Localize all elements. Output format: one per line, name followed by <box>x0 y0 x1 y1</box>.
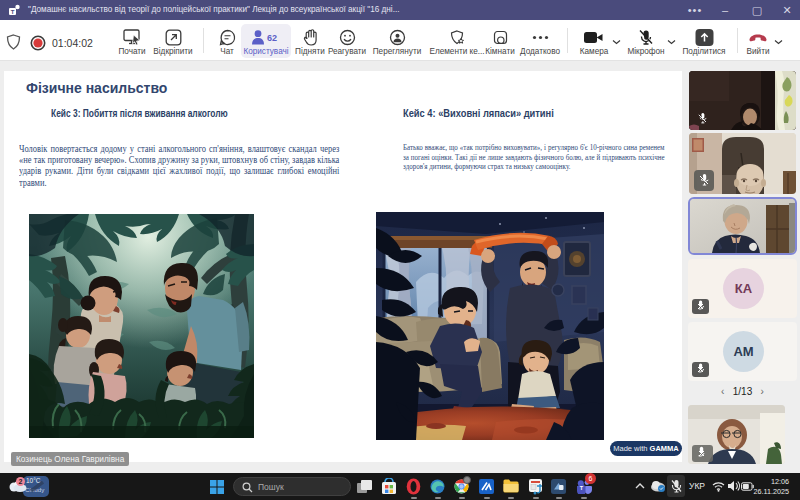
svg-text:62: 62 <box>267 33 277 43</box>
svg-text:T: T <box>11 9 15 15</box>
